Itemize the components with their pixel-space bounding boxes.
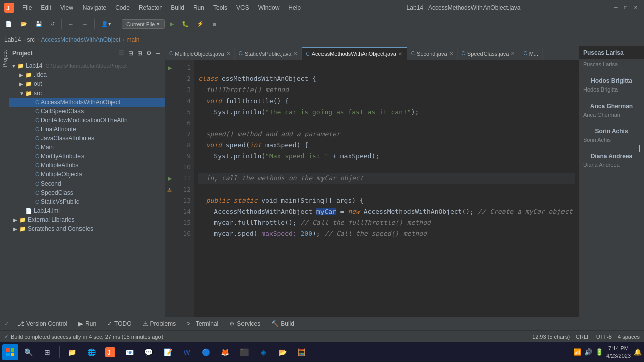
taskbar-vscode[interactable]: ◈ (254, 343, 272, 361)
code-content[interactable]: class essMethodsWithAnObject { fullThrot… (194, 60, 579, 317)
revert-button[interactable]: ↺ (47, 19, 58, 29)
new-file-button[interactable]: 📄 (2, 19, 15, 29)
tab-close-icon[interactable]: ✕ (293, 51, 297, 56)
tab-accessmethods[interactable]: C AccessMethodsWithAnObject.java ✕ (302, 47, 407, 60)
tab-more[interactable]: C M... (519, 47, 543, 60)
tray-network-icon[interactable]: 📶 (573, 348, 581, 356)
tree-item-staticvspublic[interactable]: ▶ C StaticVsPublic (9, 197, 165, 206)
tab-version-control[interactable]: ⎇ Version Control (12, 319, 72, 329)
tray-notification-icon[interactable]: 🔔 (634, 348, 642, 356)
menu-code[interactable]: Code (111, 3, 134, 12)
tab-problems[interactable]: ⚠ Problems (138, 319, 181, 329)
taskbar-teams[interactable]: 💬 (139, 343, 157, 361)
tree-item-callspeed[interactable]: ▶ C CallSpeedClass (9, 107, 165, 116)
run-button[interactable]: ▶ (167, 19, 177, 29)
tab-close-icon[interactable]: ✕ (226, 51, 230, 56)
panel-collapse-btn[interactable]: ⊟ (127, 49, 134, 58)
taskbar-calculator[interactable]: 🧮 (292, 343, 310, 361)
maximize-button[interactable]: □ (622, 4, 630, 12)
menu-build[interactable]: Build (167, 3, 188, 12)
taskbar-intellij[interactable]: J (101, 343, 119, 361)
clock[interactable]: 7:14 PM 4/23/2023 (606, 345, 631, 359)
menu-window[interactable]: Window (254, 3, 284, 12)
tree-item-iml[interactable]: ▶ 📄 Lab14.iml (9, 206, 165, 215)
tree-item-idea[interactable]: ▶ 📁 .idea (9, 70, 165, 79)
menu-navigate[interactable]: Navigate (78, 3, 110, 12)
taskbar-chrome[interactable]: 🔵 (197, 343, 215, 361)
debug-button[interactable]: 🐛 (179, 19, 192, 29)
breadcrumb-item-lab14[interactable]: Lab14 (4, 36, 21, 43)
save-button[interactable]: 💾 (32, 19, 45, 29)
stop-button[interactable]: ⏹ (209, 20, 220, 29)
tree-item-scratches[interactable]: ▶ 📁 Scratches and Consoles (9, 224, 165, 233)
menu-view[interactable]: View (56, 3, 77, 12)
tab-close-icon[interactable]: ✕ (449, 51, 453, 56)
tree-item-out[interactable]: ▶ 📁 out (9, 79, 165, 88)
taskbar-explorer[interactable]: 📂 (273, 343, 291, 361)
taskbar-edge[interactable]: 🌐 (82, 343, 100, 361)
coverage-button[interactable]: ⚡ (194, 19, 207, 29)
breadcrumb-item-src[interactable]: src (27, 36, 35, 43)
tree-item-multipleobjects[interactable]: ▶ C MultipleObjects (9, 170, 165, 179)
breadcrumb-item-class[interactable]: AccessMethodsWithAnObject (41, 36, 120, 43)
tab-close-icon[interactable]: ✕ (511, 51, 515, 56)
tree-item-extlibs[interactable]: ▶ 📁 External Libraries (9, 215, 165, 224)
tree-item-final[interactable]: ▶ C FinalAttribute (9, 125, 165, 134)
menu-help[interactable]: Help (284, 3, 305, 12)
taskbar-folder[interactable]: 📁 (63, 343, 81, 361)
tree-item-src[interactable]: ▼ 📁 src (9, 88, 165, 98)
tab-staticvspublic[interactable]: C StaticVsPublic.java ✕ (235, 47, 302, 60)
tree-item-multipleattribs[interactable]: ▶ C MultipleAttribs (9, 161, 165, 170)
taskbar-notes[interactable]: 📝 (158, 343, 177, 361)
panel-expand-btn[interactable]: ⊞ (136, 49, 143, 58)
close-button[interactable]: ✕ (632, 4, 640, 12)
tree-item-speedclass[interactable]: ▶ C SpeedClass (9, 188, 165, 197)
taskbar-task-view[interactable]: ⊞ (38, 343, 56, 361)
start-button[interactable] (2, 344, 18, 360)
tab-speedclass[interactable]: C SpeedClass.java ✕ (458, 47, 520, 60)
tree-item-dontallow[interactable]: ▶ C DontAllowModificationOfTheAttri (9, 116, 165, 125)
tree-item-second[interactable]: ▶ C Second (9, 179, 165, 188)
run-config-dropdown[interactable]: Current File ▾ (122, 19, 165, 29)
taskbar-search[interactable]: 🔍 (19, 343, 37, 361)
tab-terminal[interactable]: >_ Terminal (182, 319, 223, 329)
panel-settings-btn[interactable]: ⚙ (145, 49, 153, 58)
tree-item-modify[interactable]: ▶ C ModifyAttributes (9, 152, 165, 161)
tree-item-javaclass[interactable]: ▶ C JavaClassAttributes (9, 134, 165, 143)
menu-vcs[interactable]: VCS (232, 3, 253, 12)
tab-build[interactable]: 🔨 Build (266, 319, 299, 329)
project-tab[interactable]: Project (0, 46, 9, 71)
forward-icon: → (82, 21, 88, 27)
back-button[interactable]: ← (65, 20, 77, 29)
menu-run[interactable]: Run (189, 3, 208, 12)
tab-todo[interactable]: ✓ TODO (102, 319, 136, 329)
tab-run[interactable]: ▶ Run (73, 319, 101, 329)
tab-close-icon[interactable]: ✕ (398, 51, 403, 57)
tab-services[interactable]: ⚙ Services (224, 319, 265, 329)
breadcrumb-item-main[interactable]: main (126, 36, 139, 43)
tree-item-main[interactable]: ▶ C Main (9, 143, 165, 152)
open-button[interactable]: 📂 (17, 19, 30, 29)
taskbar-word[interactable]: W (178, 343, 196, 361)
panel-close-btn[interactable]: ─ (155, 49, 162, 58)
taskbar-mail[interactable]: 📧 (120, 343, 138, 361)
panel-scope-btn[interactable]: ☰ (118, 49, 125, 58)
tree-item-access-methods[interactable]: ▶ C AccessMethodsWithAnObject (9, 98, 165, 107)
tab-multipleobjects[interactable]: C MultipleObjects.java ✕ (165, 47, 235, 60)
tray-battery-icon[interactable]: 🔋 (595, 348, 603, 356)
tab-second[interactable]: C Second.java ✕ (407, 47, 458, 60)
menu-tools[interactable]: Tools (209, 3, 231, 12)
user-button[interactable]: 👤▾ (98, 19, 114, 29)
tray-volume-icon[interactable]: 🔊 (584, 348, 592, 356)
user-icon: 👤▾ (101, 21, 111, 27)
taskbar-terminal2[interactable]: ⬛ (235, 343, 253, 361)
code-editor[interactable]: ▶ ▶ ⚠ 12345 678910 1112131415 16 cla (165, 60, 579, 317)
tree-label: Lab14 (26, 62, 42, 69)
menu-refactor[interactable]: Refactor (135, 3, 166, 12)
minimize-button[interactable]: ─ (612, 4, 620, 12)
menu-file[interactable]: File (18, 3, 36, 12)
tree-item-lab14[interactable]: ▼ 📁 Lab14 C:\Users\florin.stefan\IdeaPro… (9, 61, 165, 70)
forward-button[interactable]: → (79, 20, 91, 29)
taskbar-firefox[interactable]: 🦊 (216, 343, 234, 361)
menu-edit[interactable]: Edit (37, 3, 55, 12)
